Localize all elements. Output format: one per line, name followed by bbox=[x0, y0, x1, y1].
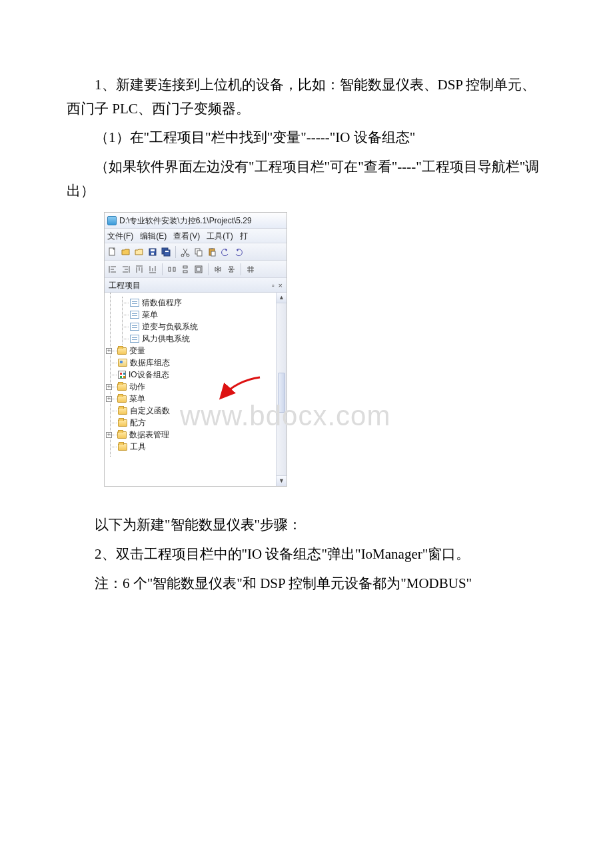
tree-item[interactable]: 菜单 bbox=[130, 309, 287, 321]
tree-item[interactable]: 逆变与负载系统 bbox=[130, 321, 287, 333]
folder-icon bbox=[117, 383, 127, 391]
toolbar-row-2 bbox=[105, 261, 287, 278]
menu-file[interactable]: 文件(F) bbox=[107, 229, 133, 243]
svg-rect-15 bbox=[173, 267, 175, 271]
folder-icon bbox=[118, 419, 127, 427]
paragraph-5: 2、双击工程项目栏中的"IO 设备组态"弹出"IoManager"窗口。 bbox=[67, 543, 546, 567]
folder-icon bbox=[117, 395, 127, 403]
expand-icon[interactable]: + bbox=[106, 396, 112, 402]
project-panel-header: 工程项目 ▫ × bbox=[105, 278, 287, 293]
io-icon bbox=[118, 371, 126, 379]
toolbar-separator bbox=[241, 263, 241, 275]
saveall-icon[interactable] bbox=[161, 247, 171, 257]
svg-rect-13 bbox=[211, 251, 215, 256]
tree-item-variables[interactable]: +变量 bbox=[118, 345, 287, 357]
close-icon[interactable]: × bbox=[279, 279, 283, 292]
svg-rect-12 bbox=[211, 248, 213, 249]
align-top-icon[interactable] bbox=[134, 264, 145, 275]
toolbar-separator bbox=[208, 263, 209, 275]
titlebar: D:\专业软件安装\力控6.1\Project\5.29 bbox=[105, 213, 287, 229]
svg-rect-6 bbox=[165, 251, 169, 252]
tree-item[interactable]: 猜数值程序 bbox=[130, 297, 287, 309]
scroll-up-icon[interactable]: ▲ bbox=[277, 293, 287, 303]
cut-icon[interactable] bbox=[180, 247, 191, 257]
svg-rect-10 bbox=[197, 251, 202, 256]
scrollbar[interactable]: ▲ ▼ bbox=[276, 293, 287, 486]
svg-rect-16 bbox=[183, 266, 187, 268]
scroll-down-icon[interactable]: ▼ bbox=[277, 475, 287, 486]
tree-item-action[interactable]: +动作 bbox=[118, 381, 287, 393]
toolbar-separator bbox=[175, 246, 176, 258]
toolbar-row-1 bbox=[105, 243, 287, 261]
flip-h-icon[interactable] bbox=[213, 264, 223, 275]
watermark-text: www.bdocx.com bbox=[180, 400, 390, 432]
tree-label: 工具 bbox=[130, 440, 146, 453]
db-icon bbox=[118, 359, 127, 367]
menu-edit[interactable]: 编辑(E) bbox=[140, 229, 167, 243]
redo-icon[interactable] bbox=[233, 247, 244, 257]
folder-icon bbox=[118, 443, 127, 451]
svg-rect-19 bbox=[197, 267, 201, 271]
document-body: 1、新建要连接到上位机的设备，比如：智能数显仪表、DSP 控制单元、西门子 PL… bbox=[0, 0, 613, 596]
paragraph-6: 注：6 个"智能数显仪表"和 DSP 控制单元设备都为"MODBUS" bbox=[67, 572, 546, 596]
embedded-app-screenshot: D:\专业软件安装\力控6.1\Project\5.29 文件(F) 编辑(E)… bbox=[104, 212, 287, 487]
tree-item[interactable]: 风力供电系统 bbox=[130, 333, 287, 345]
panel-title: 工程项目 bbox=[109, 279, 141, 292]
page-icon bbox=[130, 335, 139, 343]
align-left-icon[interactable] bbox=[107, 264, 118, 275]
dist-v-icon[interactable] bbox=[180, 264, 191, 275]
folder-icon bbox=[118, 407, 127, 415]
save-icon[interactable] bbox=[147, 247, 158, 257]
menu-tool[interactable]: 工具(T) bbox=[207, 229, 233, 243]
window-title: D:\专业软件安装\力控6.1\Project\5.29 bbox=[119, 214, 252, 227]
folder-icon[interactable] bbox=[134, 247, 145, 257]
svg-rect-3 bbox=[151, 253, 154, 255]
page-icon bbox=[130, 323, 139, 331]
folder-icon bbox=[117, 431, 127, 439]
toolbar-separator bbox=[162, 263, 163, 275]
open-icon[interactable] bbox=[121, 247, 131, 257]
undo-icon[interactable] bbox=[220, 247, 231, 257]
folder-icon bbox=[117, 347, 127, 355]
svg-rect-17 bbox=[183, 271, 187, 273]
paragraph-1: 1、新建要连接到上位机的设备，比如：智能数显仪表、DSP 控制单元、西门子 PL… bbox=[67, 73, 546, 121]
paste-icon[interactable] bbox=[207, 247, 217, 257]
new-icon[interactable] bbox=[107, 247, 118, 257]
grid-icon[interactable] bbox=[245, 264, 256, 275]
project-tree: 猜数值程序 菜单 逆变与负载系统 风力供电系统 +变量 数据库组态 IO设备组态… bbox=[105, 293, 287, 457]
paragraph-3: （如果软件界面左边没有"工程项目栏"可在"查看"----"工程项目导航栏"调出） bbox=[67, 155, 546, 203]
app-icon bbox=[107, 216, 117, 225]
group-icon[interactable] bbox=[193, 264, 204, 275]
page-icon bbox=[130, 311, 139, 319]
flip-v-icon[interactable] bbox=[226, 264, 237, 275]
copy-icon[interactable] bbox=[193, 247, 204, 257]
tree-item-tools[interactable]: 工具 bbox=[118, 441, 287, 453]
tree-label: 风力供电系统 bbox=[142, 332, 190, 345]
tree-item-db-config[interactable]: 数据库组态 bbox=[118, 357, 287, 369]
align-right-icon[interactable] bbox=[121, 264, 131, 275]
menubar: 文件(F) 编辑(E) 查看(V) 工具(T) 打 bbox=[105, 229, 287, 243]
pin-icon[interactable]: ▫ bbox=[272, 279, 275, 292]
svg-rect-14 bbox=[169, 267, 171, 271]
paragraph-2: （1）在"工程项目"栏中找到"变量"-----"IO 设备组态" bbox=[67, 126, 546, 150]
page-icon bbox=[130, 299, 139, 307]
menu-view[interactable]: 查看(V) bbox=[173, 229, 200, 243]
expand-icon[interactable]: + bbox=[106, 348, 112, 354]
project-tree-area: 猜数值程序 菜单 逆变与负载系统 风力供电系统 +变量 数据库组态 IO设备组态… bbox=[105, 293, 287, 486]
dist-h-icon[interactable] bbox=[167, 264, 177, 275]
align-bottom-icon[interactable] bbox=[147, 264, 158, 275]
paragraph-4: 以下为新建"智能数显仪表"步骤： bbox=[67, 513, 546, 537]
menu-more[interactable]: 打 bbox=[240, 229, 248, 243]
svg-rect-2 bbox=[151, 249, 155, 251]
tree-item-io-config[interactable]: IO设备组态 bbox=[118, 369, 287, 381]
expand-icon[interactable]: + bbox=[106, 384, 112, 390]
expand-icon[interactable]: + bbox=[106, 432, 112, 438]
